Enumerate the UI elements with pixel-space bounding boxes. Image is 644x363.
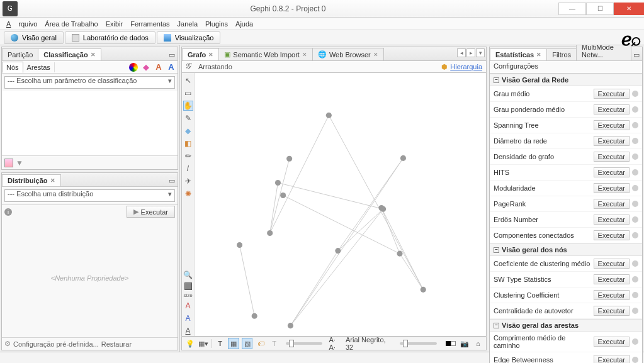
label-size-slider[interactable] — [286, 342, 322, 345]
help-icon[interactable] — [632, 91, 638, 97]
run-button[interactable]: Executar — [594, 337, 630, 347]
help-icon[interactable] — [632, 292, 638, 298]
run-button[interactable]: Executar — [594, 152, 630, 162]
close-icon[interactable]: ✕ — [373, 52, 378, 58]
more-icon[interactable]: ⌂ — [473, 338, 483, 349]
brush-tool-icon[interactable]: ✎ — [183, 113, 193, 123]
result-list-icon[interactable] — [4, 159, 13, 167]
camera-icon[interactable]: ▦▾ — [198, 338, 208, 349]
subtab-edges[interactable]: Arestas — [23, 62, 55, 72]
screenshot-icon[interactable]: 📷 — [459, 338, 470, 349]
rect-select-tool-icon[interactable]: ▭ — [183, 88, 193, 98]
tag-icon[interactable]: 🏷 — [255, 338, 266, 349]
close-icon[interactable]: ✕ — [208, 52, 213, 58]
tab-classification[interactable]: Classificação ✕ — [38, 48, 101, 60]
zoom-tool-icon[interactable]: 🔍 — [183, 270, 193, 280]
settings-tool-icon[interactable]: ✺ — [183, 189, 193, 199]
menu-janela[interactable]: Janela — [174, 20, 201, 28]
window-minimize-button[interactable]: — — [558, 3, 586, 15]
help-icon[interactable] — [632, 122, 638, 128]
close-icon[interactable]: ✕ — [536, 52, 541, 58]
font-label[interactable]: Arial Negrito, 32 — [346, 336, 393, 351]
minimize-panel-icon[interactable]: ▭ — [166, 50, 178, 60]
perspective-overview[interactable]: Visão geral — [4, 31, 64, 44]
run-button[interactable]: Executar — [594, 355, 630, 363]
filter-icon[interactable]: ▼ — [16, 159, 23, 167]
tab-filters[interactable]: Filtros — [546, 48, 577, 60]
node-labels-icon[interactable]: ▦ — [228, 338, 239, 349]
text-bold-icon[interactable]: T — [215, 338, 225, 349]
run-button[interactable]: Executar — [594, 274, 630, 284]
menu-plugins[interactable]: Plugins — [201, 20, 232, 28]
select-tool-icon[interactable]: ↖ — [183, 75, 193, 86]
collapse-icon[interactable]: − — [494, 77, 499, 83]
help-icon[interactable] — [632, 216, 638, 223]
run-button[interactable]: Executar — [594, 259, 630, 269]
help-icon[interactable] — [632, 138, 638, 144]
airplane-tool-icon[interactable]: ✈ — [183, 176, 193, 186]
collapse-icon[interactable]: − — [494, 247, 499, 253]
a-tool-red-icon[interactable]: A — [183, 301, 193, 311]
tab-semantic-web[interactable]: ▣ Semantic Web Import ✕ — [218, 48, 313, 60]
color-square-icon[interactable] — [184, 282, 192, 290]
run-button[interactable]: Executar — [594, 104, 630, 114]
label-size-icon[interactable]: A — [166, 62, 176, 72]
minimize-panel-icon[interactable]: ▭ — [631, 50, 642, 60]
menu-ferramentas[interactable]: Ferramentas — [127, 20, 173, 28]
bulb-icon[interactable]: 💡 — [184, 338, 195, 349]
bg-color-icon[interactable] — [446, 338, 456, 349]
tab-graph[interactable]: Grafo ✕ — [182, 48, 219, 60]
window-close-button[interactable]: ✕ — [614, 3, 644, 15]
help-icon[interactable] — [632, 106, 638, 113]
perspective-preview[interactable]: Visualização — [157, 31, 221, 44]
close-icon[interactable]: ✕ — [50, 177, 55, 184]
run-button[interactable]: Executar — [594, 136, 630, 146]
help-icon[interactable] — [632, 357, 638, 363]
layout-select[interactable]: --- Escolha uma distribuição▾ — [4, 189, 175, 202]
a-underline-icon[interactable]: A — [183, 326, 193, 336]
collapse-icon[interactable]: − — [494, 323, 499, 328]
text-size-icon[interactable]: T — [269, 338, 280, 349]
run-button[interactable]: Executar — [594, 290, 630, 300]
run-button[interactable]: Executar — [594, 306, 630, 316]
sizer-tool-icon[interactable]: ◆ — [183, 126, 193, 136]
scroll-left-icon[interactable]: ◂ — [457, 48, 466, 57]
help-icon[interactable] — [632, 185, 638, 191]
drag-tool-icon[interactable]: ✋ — [183, 101, 193, 111]
edge-labels-icon[interactable]: ▧ — [242, 338, 253, 349]
label-color-icon[interactable]: A — [154, 62, 164, 72]
dropdown-icon[interactable]: ▾ — [476, 48, 485, 57]
subtab-nodes[interactable]: Nós — [2, 62, 23, 73]
tab-partition[interactable]: Partição — [2, 48, 38, 60]
ranking-param-select[interactable]: --- Escolha um parâmetro de classificaçã… — [4, 76, 175, 89]
reset-link[interactable]: Restaurar — [101, 340, 132, 348]
run-button[interactable]: Executar — [594, 215, 630, 225]
tab-layout[interactable]: Distribuição ✕ — [2, 174, 61, 186]
minimize-panel-icon[interactable]: ▭ — [166, 176, 178, 186]
help-icon[interactable] — [632, 276, 638, 282]
close-icon[interactable]: ✕ — [302, 52, 307, 58]
run-button[interactable]: Executar — [594, 230, 630, 240]
run-button[interactable]: Executar — [594, 183, 630, 193]
run-button[interactable]: Executar — [594, 120, 630, 130]
graph-canvas[interactable] — [195, 73, 486, 336]
window-maximize-button[interactable]: ☐ — [586, 3, 614, 15]
help-icon[interactable] — [632, 260, 638, 267]
help-icon[interactable] — [632, 308, 638, 314]
scroll-right-icon[interactable]: ▸ — [466, 48, 475, 57]
run-button[interactable]: Executar — [594, 199, 630, 209]
menu-area[interactable]: Área de Trabalho — [41, 20, 101, 28]
preset-link[interactable]: Configuração pré-definida... — [13, 340, 99, 348]
color-icon[interactable] — [128, 62, 138, 72]
help-icon[interactable] — [632, 154, 638, 160]
run-button[interactable]: Executar — [594, 167, 630, 177]
painter-tool-icon[interactable]: ◧ — [183, 138, 193, 148]
tab-statistics[interactable]: Estatísticas ✕ — [490, 48, 547, 60]
eraser-tool-icon[interactable]: / — [183, 164, 193, 174]
layout-run-button[interactable]: ▶Executar — [127, 206, 175, 218]
menu-ajuda[interactable]: Ajuda — [232, 20, 257, 28]
help-icon[interactable] — [632, 169, 638, 176]
menu-exibir[interactable]: Exibir — [102, 20, 127, 28]
size-icon[interactable]: ◆ — [141, 62, 151, 72]
info-icon[interactable]: i — [4, 208, 12, 216]
